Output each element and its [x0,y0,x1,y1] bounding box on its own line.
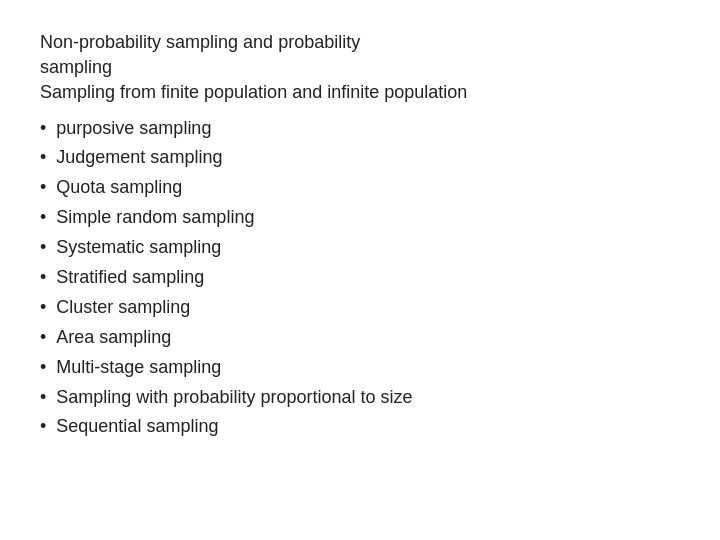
list-item: •Quota sampling [40,173,680,203]
list-item-text: Cluster sampling [56,294,190,322]
header-block: Non-probability sampling and probability… [40,30,680,106]
list-item-text: Stratified sampling [56,264,204,292]
bullet-icon: • [40,413,46,441]
bullet-icon: • [40,354,46,382]
list-item-text: Area sampling [56,324,171,352]
list-item-text: Systematic sampling [56,234,221,262]
main-content: Non-probability sampling and probability… [0,0,720,472]
list-item: •Sequential sampling [40,412,680,442]
header-line2: sampling [40,55,680,80]
list-item-text: Quota sampling [56,174,182,202]
bullet-icon: • [40,324,46,352]
bullet-icon: • [40,115,46,143]
list-item: •Judgement sampling [40,143,680,173]
bullet-icon: • [40,234,46,262]
list-item: •Stratified sampling [40,263,680,293]
bullet-icon: • [40,384,46,412]
bullet-list: •purposive sampling•Judgement sampling•Q… [40,114,680,443]
bullet-icon: • [40,264,46,292]
list-item-text: Sampling with probability proportional t… [56,384,412,412]
list-item: •Systematic sampling [40,233,680,263]
bullet-icon: • [40,204,46,232]
bullet-icon: • [40,174,46,202]
list-item: •Cluster sampling [40,293,680,323]
list-item: •Sampling with probability proportional … [40,383,680,413]
list-item-text: Sequential sampling [56,413,218,441]
list-item: •Multi-stage sampling [40,353,680,383]
list-item: •purposive sampling [40,114,680,144]
list-item-text: Judgement sampling [56,144,222,172]
header-line1: Non-probability sampling and probability [40,30,680,55]
header-line3: Sampling from finite population and infi… [40,80,680,105]
list-item: •Area sampling [40,323,680,353]
list-item: •Simple random sampling [40,203,680,233]
list-item-text: Simple random sampling [56,204,254,232]
bullet-icon: • [40,144,46,172]
bullet-icon: • [40,294,46,322]
list-item-text: purposive sampling [56,115,211,143]
list-item-text: Multi-stage sampling [56,354,221,382]
